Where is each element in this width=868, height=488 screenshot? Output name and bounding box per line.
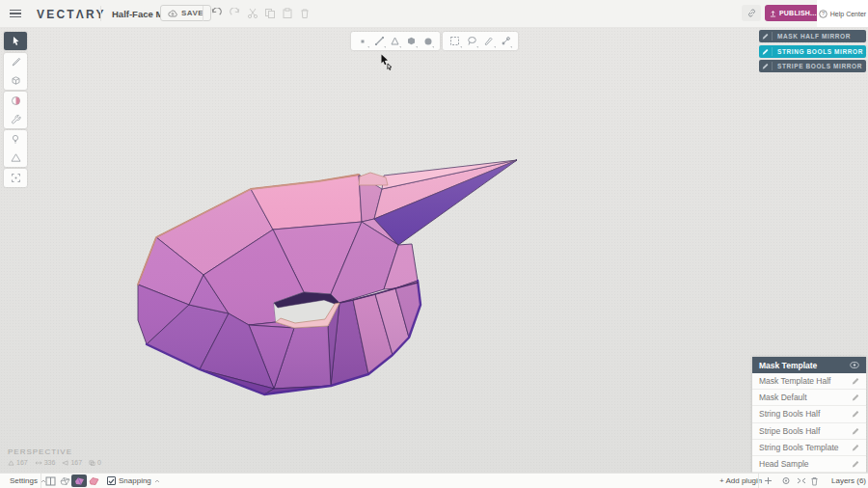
pen-tool[interactable] xyxy=(4,53,27,71)
camera-info: PERSPECTIVE 1673361670 xyxy=(8,447,101,466)
mirror-button[interactable]: MASK HALF MIRROR xyxy=(759,30,866,42)
wireframe-icon xyxy=(60,476,70,486)
layer-row[interactable]: Mask Template Half xyxy=(752,373,866,390)
shaded-mask-icon xyxy=(74,476,85,486)
vectary-app: VECTΛRY Half-Face M... SAVE PUBLISH... ?… xyxy=(0,0,868,488)
fit-view-tool[interactable] xyxy=(4,169,27,187)
rendered-mode-button[interactable] xyxy=(89,474,99,488)
delete-button[interactable] xyxy=(810,474,819,488)
shaded-mode-button[interactable] xyxy=(71,474,87,488)
select-tool[interactable] xyxy=(4,32,27,50)
layers-panel-title: Mask Template xyxy=(759,361,817,370)
viewport-canvas[interactable]: MASK HALF MIRRORSTRING BOOLS MIRRORSTRIP… xyxy=(0,27,868,473)
layer-row[interactable]: Head Sample xyxy=(752,456,866,473)
vertex-mode-button[interactable] xyxy=(355,32,371,50)
layer-row[interactable]: String Bools Half xyxy=(752,406,866,422)
selection-mode-toolbar xyxy=(351,32,440,50)
layers-count-label: Layers (6) xyxy=(831,476,866,485)
snapping-label: Snapping xyxy=(119,476,151,485)
menu-icon[interactable] xyxy=(10,10,21,17)
cloud-upload-icon xyxy=(168,10,177,17)
camera-mode-label[interactable]: PERSPECTIVE xyxy=(8,447,101,456)
stat-vertices: 167 xyxy=(8,459,28,466)
mouse-cursor xyxy=(380,54,395,71)
publish-label: PUBLISH... xyxy=(779,10,817,16)
selection-tools-toolbar xyxy=(443,32,518,50)
mirror-button[interactable]: STRIPE BOOLS MIRROR xyxy=(759,60,866,72)
layer-row[interactable]: Mask Default xyxy=(752,390,866,406)
split-view-button[interactable] xyxy=(45,474,56,488)
layer-label: Head Sample xyxy=(759,459,809,469)
paste-icon[interactable] xyxy=(282,8,293,19)
primitive-tool[interactable] xyxy=(4,71,27,90)
cursor-icon xyxy=(11,36,21,46)
sphere-mode-button[interactable] xyxy=(420,32,436,50)
edit-pencil-icon xyxy=(762,33,769,40)
edit-pencil-icon[interactable] xyxy=(852,410,859,418)
marquee-icon xyxy=(449,36,460,46)
cube-icon xyxy=(11,75,21,86)
edit-pencil-icon[interactable] xyxy=(852,393,859,401)
expand-icon xyxy=(11,173,21,183)
face-icon xyxy=(390,36,400,46)
layer-label: Stripe Bools Half xyxy=(759,426,820,436)
top-bar: VECTΛRY Half-Face M... SAVE PUBLISH... ?… xyxy=(0,0,868,27)
merge-button[interactable] xyxy=(797,474,806,488)
mirror-mode-buttons: MASK HALF MIRRORSTRING BOOLS MIRRORSTRIP… xyxy=(759,30,866,72)
layer-label: String Bools Half xyxy=(759,409,820,419)
object-mode-button[interactable] xyxy=(403,32,420,50)
node-icon xyxy=(501,36,511,46)
light-tool[interactable] xyxy=(4,130,27,149)
toolbar-group-draw xyxy=(4,53,27,90)
divider xyxy=(41,474,41,488)
add-plugin-button[interactable]: + Add plugin xyxy=(719,474,762,488)
rendered-mask-icon xyxy=(89,476,99,486)
edge-mode-button[interactable] xyxy=(371,32,388,50)
marquee-select-button[interactable] xyxy=(447,32,464,50)
cut-icon[interactable] xyxy=(247,8,258,19)
copy-icon[interactable] xyxy=(264,8,276,19)
divider xyxy=(203,6,203,21)
group-button[interactable] xyxy=(781,474,791,488)
node-select-button[interactable] xyxy=(498,32,515,50)
snapping-checkbox[interactable] xyxy=(107,476,116,485)
material-tool[interactable] xyxy=(4,92,27,110)
wrench-icon xyxy=(11,114,21,124)
share-link-button[interactable] xyxy=(742,5,761,21)
trash-icon[interactable] xyxy=(299,8,311,19)
plus-icon xyxy=(764,476,773,485)
mirror-button[interactable]: STRING BOOLS MIRROR xyxy=(759,45,866,58)
split-view-icon xyxy=(45,476,56,486)
save-button[interactable]: SAVE xyxy=(160,5,211,21)
help-icon: ? xyxy=(819,10,827,18)
material-sphere-icon xyxy=(11,95,21,106)
snapping-toggle[interactable]: Snapping xyxy=(107,474,160,488)
edit-pencil-icon[interactable] xyxy=(852,460,859,468)
help-center-button[interactable]: ? Help Center xyxy=(817,0,868,27)
mirror-button-label: STRING BOOLS MIRROR xyxy=(773,48,863,55)
layer-row[interactable]: String Bools Template xyxy=(752,440,866,456)
layers-panel-header[interactable]: Mask Template xyxy=(752,357,866,373)
eye-icon[interactable] xyxy=(850,362,859,368)
face-mode-button[interactable] xyxy=(388,32,404,50)
wireframe-mode-button[interactable] xyxy=(60,474,70,488)
edit-pencil-icon xyxy=(762,48,769,55)
3d-model-mask[interactable] xyxy=(0,27,868,473)
environment-tool[interactable] xyxy=(4,149,27,167)
edit-pencil-icon[interactable] xyxy=(852,427,859,435)
publish-button[interactable]: PUBLISH... xyxy=(765,5,822,21)
edit-pencil-icon[interactable] xyxy=(852,377,859,385)
layer-label: Mask Default xyxy=(759,393,807,402)
paint-select-button[interactable] xyxy=(480,32,498,50)
layers-dropdown[interactable]: Layers (6) xyxy=(831,474,868,488)
add-object-button[interactable] xyxy=(764,474,773,488)
tools-tool[interactable] xyxy=(4,110,27,128)
edit-pencil-icon[interactable] xyxy=(852,444,859,451)
object-cube-icon xyxy=(406,36,417,46)
sphere-icon xyxy=(423,37,433,46)
stat-edges: 336 xyxy=(35,459,56,466)
redo-icon[interactable] xyxy=(230,8,241,19)
lasso-select-button[interactable] xyxy=(464,32,481,50)
layer-row[interactable]: Stripe Bools Half xyxy=(752,423,866,440)
undo-icon[interactable] xyxy=(210,8,222,19)
